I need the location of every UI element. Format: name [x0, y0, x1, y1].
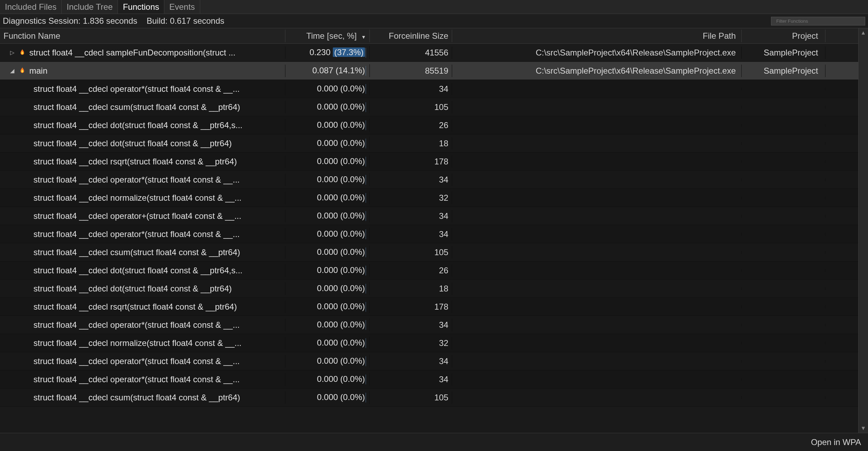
project-cell: [742, 197, 825, 199]
table-row[interactable]: struct float4 __cdecl operator*(struct f…: [0, 80, 858, 98]
function-name: struct float4 __cdecl csum(struct float4…: [33, 393, 240, 402]
grid-header: Function Name Time [sec, %] ▼ Forceinlin…: [0, 28, 858, 44]
size-cell: 105: [370, 101, 452, 113]
path-cell: [452, 142, 742, 145]
table-row[interactable]: struct float4 __cdecl operator*(struct f…: [0, 171, 858, 189]
function-name: struct float4 __cdecl operator*(struct f…: [33, 375, 240, 384]
tab-events[interactable]: Events: [164, 0, 200, 14]
project-cell: [742, 106, 825, 109]
project-cell: [742, 287, 825, 290]
function-name: struct float4 __cdecl operator*(struct f…: [33, 356, 240, 366]
size-cell: 26: [370, 119, 452, 132]
path-cell: [452, 396, 742, 399]
function-name: struct float4 __cdecl csum(struct float4…: [33, 102, 240, 112]
time-cell: 0.000 (0.0%): [285, 246, 370, 259]
collapse-icon[interactable]: ◢: [9, 67, 15, 74]
table-row[interactable]: struct float4 __cdecl operator*(struct f…: [0, 352, 858, 370]
size-cell: 105: [370, 391, 452, 404]
project-cell: [742, 160, 825, 163]
size-cell: 41556: [370, 46, 452, 59]
table-row[interactable]: struct float4 __cdecl normalize(struct f…: [0, 189, 858, 207]
table-row[interactable]: struct float4 __cdecl operator*(struct f…: [0, 370, 858, 389]
tab-functions[interactable]: Functions: [118, 0, 164, 14]
path-cell: [452, 160, 742, 163]
size-cell: 105: [370, 246, 452, 259]
function-name: struct float4 __cdecl operator*(struct f…: [33, 84, 240, 94]
time-cell: 0.000 (0.0%): [285, 119, 370, 132]
path-cell: [452, 233, 742, 236]
time-cell: 0.000 (0.0%): [285, 373, 370, 386]
build-label: Build: 0.617 seconds: [147, 16, 224, 25]
column-header-size[interactable]: Forceinline Size: [370, 30, 452, 42]
function-name: struct float4 __cdecl operator*(struct f…: [33, 320, 240, 330]
table-row[interactable]: ▷ struct float4 __cdecl sampleFunDecompo…: [0, 44, 858, 62]
tab-include-tree[interactable]: Include Tree: [62, 0, 118, 14]
project-cell: [742, 142, 825, 145]
table-row[interactable]: struct float4 __cdecl dot(struct float4 …: [0, 116, 858, 134]
function-name: struct float4 __cdecl rsqrt(struct float…: [33, 157, 237, 167]
scroll-down-icon[interactable]: ▼: [859, 424, 868, 433]
time-cell: 0.000 (0.0%): [285, 155, 370, 168]
size-cell: 178: [370, 155, 452, 168]
table-row[interactable]: struct float4 __cdecl operator*(struct f…: [0, 316, 858, 334]
time-cell: 0.230 (37.3%): [285, 46, 370, 59]
time-cell: 0.000 (0.0%): [285, 391, 370, 404]
size-cell: 34: [370, 83, 452, 95]
function-name: struct float4 __cdecl dot(struct float4 …: [33, 120, 242, 130]
size-cell: 34: [370, 373, 452, 386]
column-header-project[interactable]: Project: [742, 30, 825, 42]
table-row[interactable]: struct float4 __cdecl dot(struct float4 …: [0, 280, 858, 298]
table-row[interactable]: struct float4 __cdecl csum(struct float4…: [0, 389, 858, 407]
column-header-path[interactable]: File Path: [452, 30, 742, 42]
project-cell: SampleProject: [742, 65, 825, 77]
function-name: struct float4 __cdecl operator*(struct f…: [33, 175, 240, 185]
time-cell: 0.000 (0.0%): [285, 264, 370, 277]
project-cell: [742, 269, 825, 272]
time-cell: 0.000 (0.0%): [285, 173, 370, 186]
function-name: struct float4 __cdecl operator+(struct f…: [33, 211, 241, 221]
project-cell: [742, 305, 825, 308]
size-cell: 34: [370, 210, 452, 222]
project-cell: [742, 342, 825, 345]
table-row[interactable]: struct float4 __cdecl dot(struct float4 …: [0, 134, 858, 153]
table-row[interactable]: struct float4 __cdecl dot(struct float4 …: [0, 261, 858, 280]
column-header-name[interactable]: Function Name: [0, 30, 285, 42]
table-row[interactable]: ◢ main0.087 (14.1%)85519C:\src\SamplePro…: [0, 62, 858, 80]
path-cell: [452, 342, 742, 345]
table-row[interactable]: struct float4 __cdecl csum(struct float4…: [0, 98, 858, 116]
size-cell: 34: [370, 355, 452, 368]
function-name: struct float4 __cdecl sampleFunDecomposi…: [29, 48, 235, 58]
project-cell: SampleProject: [742, 46, 825, 59]
open-in-wpa-link[interactable]: Open in WPA: [811, 437, 861, 447]
path-cell: [452, 106, 742, 109]
column-header-time[interactable]: Time [sec, %] ▼: [285, 30, 370, 42]
tab-included-files[interactable]: Included Files: [0, 0, 62, 14]
function-name: struct float4 __cdecl dot(struct float4 …: [33, 266, 242, 275]
path-cell: [452, 251, 742, 254]
project-cell: [742, 396, 825, 399]
time-cell: 0.000 (0.0%): [285, 101, 370, 114]
scroll-up-icon[interactable]: ▲: [859, 28, 868, 37]
project-cell: [742, 124, 825, 127]
time-cell: 0.087 (14.1%): [285, 64, 370, 77]
function-name: struct float4 __cdecl normalize(struct f…: [33, 338, 241, 348]
info-bar: Diagnostics Session: 1.836 seconds Build…: [0, 14, 868, 28]
table-row[interactable]: struct float4 __cdecl operator*(struct f…: [0, 225, 858, 243]
vertical-scrollbar[interactable]: ▲ ▼: [858, 28, 868, 433]
expand-icon[interactable]: ▷: [9, 49, 15, 56]
project-cell: [742, 324, 825, 326]
path-cell: [452, 324, 742, 326]
project-cell: [742, 378, 825, 381]
time-cell: 0.000 (0.0%): [285, 300, 370, 313]
table-row[interactable]: struct float4 __cdecl operator+(struct f…: [0, 207, 858, 225]
filter-functions-input[interactable]: [771, 17, 865, 25]
table-row[interactable]: struct float4 __cdecl normalize(struct f…: [0, 334, 858, 352]
table-row[interactable]: struct float4 __cdecl rsqrt(struct float…: [0, 298, 858, 316]
table-row[interactable]: struct float4 __cdecl csum(struct float4…: [0, 243, 858, 261]
table-row[interactable]: struct float4 __cdecl rsqrt(struct float…: [0, 153, 858, 171]
session-label: Diagnostics Session: 1.836 seconds: [3, 16, 137, 25]
bottom-bar: Open in WPA: [0, 433, 868, 451]
size-cell: 32: [370, 192, 452, 204]
time-cell: 0.000 (0.0%): [285, 228, 370, 241]
size-cell: 32: [370, 337, 452, 349]
